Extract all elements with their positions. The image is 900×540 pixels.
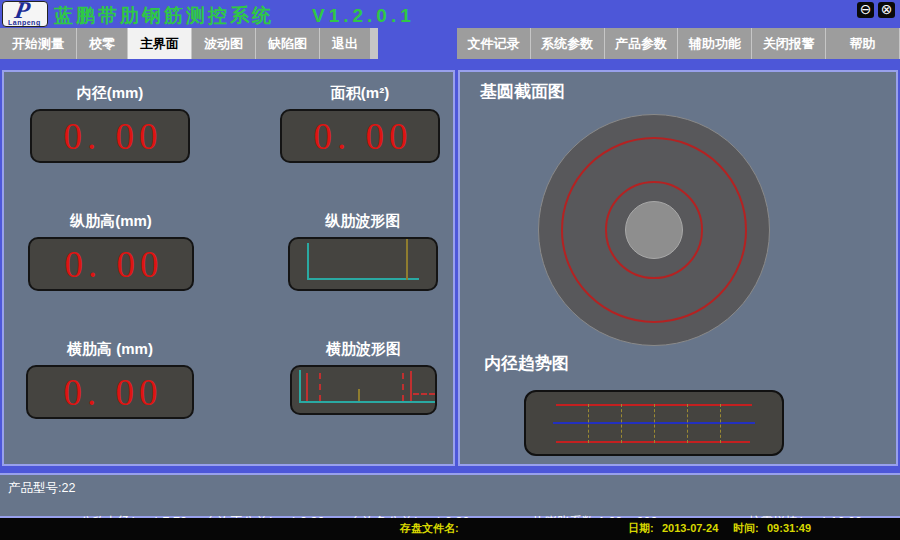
- spike-line: [306, 373, 308, 401]
- gauge-label: 纵肋高(mm): [28, 212, 194, 234]
- title-bar: P Lanpeng 蓝鹏带肋钢筋测控系统V1.2.0.1 ⊖ ⊗: [0, 0, 900, 27]
- gauge-cross-rib-height: 横肋高 (mm) 0. 00: [26, 340, 194, 419]
- auxiliary-functions-button[interactable]: 辅助功能: [678, 28, 751, 59]
- app-version: V1.2.0.1: [312, 5, 415, 26]
- x-axis-line: [307, 278, 419, 280]
- toolbar: 开始测量 校零 主界面 波动图 缺陷图 退出 文件记录 系统参数 产品参数 辅助…: [0, 28, 900, 59]
- product-params-button[interactable]: 产品参数: [605, 28, 678, 59]
- waveform-label: 纵肋波形图: [288, 212, 438, 234]
- long-rib-waveform-block: 纵肋波形图: [288, 212, 438, 291]
- save-file-label: 存盘文件名:: [400, 518, 459, 538]
- fluctuation-chart-button[interactable]: 波动图: [192, 28, 255, 59]
- date-value: 2013-07-24: [662, 518, 718, 538]
- gauge-value: 0. 00: [58, 115, 163, 158]
- grid-line: [720, 404, 721, 443]
- close-icon[interactable]: ⊗: [878, 2, 895, 18]
- x-axis-line: [299, 401, 435, 403]
- y-axis-line: [299, 370, 301, 403]
- gauge-value: 0. 00: [308, 115, 413, 158]
- app-window: P Lanpeng 蓝鹏带肋钢筋测控系统V1.2.0.1 ⊖ ⊗ 开始测量 校零…: [0, 0, 900, 540]
- app-logo: P Lanpeng: [2, 1, 48, 27]
- section-view-title: 基圆截面图: [480, 80, 565, 103]
- file-records-button[interactable]: 文件记录: [457, 28, 530, 59]
- close-alarm-button[interactable]: 关闭报警: [752, 28, 825, 59]
- seven-segment-display: 0. 00: [280, 109, 440, 163]
- gauge-value: 0. 00: [58, 371, 163, 414]
- main-screen-button[interactable]: 主界面: [128, 28, 191, 59]
- seven-segment-display: 0. 00: [28, 237, 194, 291]
- start-measure-button[interactable]: 开始测量: [0, 28, 76, 59]
- seven-segment-display: 0. 00: [30, 109, 190, 163]
- grid-line: [588, 404, 589, 443]
- zero-calibration-button[interactable]: 校零: [77, 28, 127, 59]
- grid-line: [654, 404, 655, 443]
- date-label: 日期:: [628, 518, 654, 538]
- toolbar-left-group: 开始测量 校零 主界面 波动图 缺陷图 退出: [0, 28, 378, 59]
- exit-button[interactable]: 退出: [320, 28, 370, 59]
- grid-line: [687, 404, 688, 443]
- minimize-icon[interactable]: ⊖: [857, 2, 874, 18]
- marker-line: [406, 239, 408, 280]
- time-value: 09:31:49: [767, 518, 811, 538]
- spike-dashed-line: [319, 373, 321, 401]
- spike-dashed-line: [402, 373, 404, 401]
- defect-chart-button[interactable]: 缺陷图: [256, 28, 319, 59]
- status-product-model: 产品型号:22: [8, 480, 75, 497]
- time-label: 时间:: [733, 518, 759, 538]
- toolbar-right-group: 文件记录 系统参数 产品参数 辅助功能 关闭报警 帮助: [457, 28, 900, 59]
- grid-line: [621, 404, 622, 443]
- measurement-panel: 内径(mm) 0. 00 面积(m²) 0. 00 纵肋高(mm) 0. 00 …: [2, 70, 455, 466]
- window-controls: ⊖ ⊗: [857, 2, 895, 18]
- core-circle: [625, 201, 683, 259]
- visualization-panel: 基圆截面图 内径趋势图: [458, 70, 898, 466]
- main-area: 内径(mm) 0. 00 面积(m²) 0. 00 纵肋高(mm) 0. 00 …: [2, 70, 898, 470]
- gauge-label: 横肋高 (mm): [26, 340, 194, 362]
- gauge-value: 0. 00: [59, 243, 164, 286]
- gauge-label: 内径(mm): [30, 84, 190, 106]
- marker-line: [358, 389, 360, 401]
- y-axis-line: [307, 243, 309, 280]
- status-bar: 产品型号:22 公称内径(mm):7.70 横肋高(mm):0.80 允许正公差…: [0, 473, 900, 518]
- gauge-long-rib-height: 纵肋高(mm) 0. 00: [28, 212, 194, 291]
- help-button[interactable]: 帮助: [826, 28, 899, 59]
- gauge-label: 面积(m²): [280, 84, 440, 106]
- waveform-label: 横肋波形图: [290, 340, 437, 362]
- gauge-inner-diameter: 内径(mm) 0. 00: [30, 84, 190, 163]
- bottom-bar: 存盘文件名: 日期: 2013-07-24 时间: 09:31:49: [0, 518, 900, 540]
- long-rib-waveform-chart: [288, 237, 438, 291]
- base-circle-diagram: [538, 114, 770, 346]
- app-title: 蓝鹏带肋钢筋测控系统: [54, 5, 274, 26]
- limit-dashed-line: [413, 393, 435, 395]
- cross-rib-waveform-block: 横肋波形图: [290, 340, 437, 415]
- logo-text: Lanpeng: [8, 19, 41, 26]
- seven-segment-display: 0. 00: [26, 365, 194, 419]
- trend-view-title: 内径趋势图: [484, 352, 569, 375]
- system-params-button[interactable]: 系统参数: [531, 28, 604, 59]
- gauge-area: 面积(m²) 0. 00: [280, 84, 440, 163]
- inner-diameter-trend-chart: [524, 390, 784, 456]
- window-title: 蓝鹏带肋钢筋测控系统V1.2.0.1: [54, 3, 415, 29]
- cross-rib-waveform-chart: [290, 365, 437, 415]
- spike-line: [410, 371, 412, 401]
